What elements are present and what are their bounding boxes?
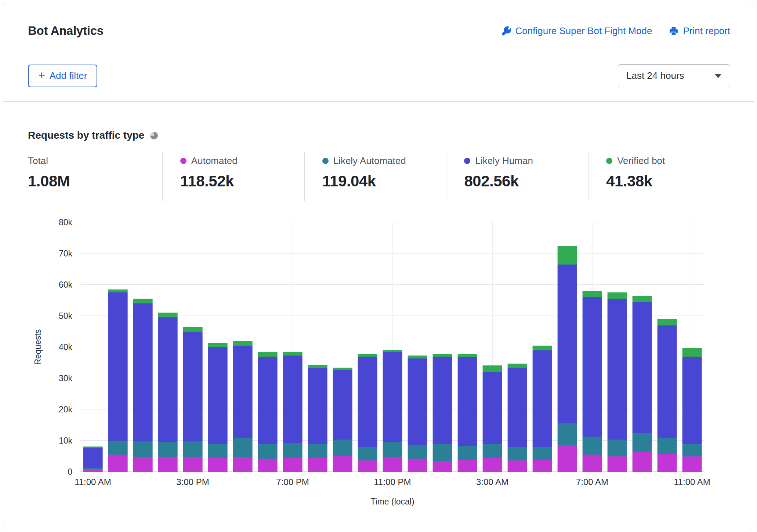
bar-segment-verified-bot bbox=[658, 319, 677, 325]
bar-segment-likely-automated bbox=[233, 438, 253, 457]
bar-segment-automated bbox=[633, 452, 652, 472]
bar-segment-likely-automated bbox=[483, 444, 502, 458]
bar-segment-likely-human bbox=[483, 372, 502, 444]
stat-value: 119.04k bbox=[322, 172, 446, 190]
bar-stack bbox=[583, 222, 602, 472]
x-axis-tick-label: 7:00 AM bbox=[576, 477, 608, 487]
bar-segment-likely-automated bbox=[283, 443, 303, 458]
bar-stack bbox=[283, 222, 303, 472]
bar-segment-automated bbox=[233, 457, 253, 472]
bar-segment-likely-human bbox=[558, 265, 577, 424]
x-axis-tick-label: 11:00 PM bbox=[374, 477, 411, 487]
stat-label-text: Likely Automated bbox=[333, 155, 406, 167]
bar-segment-likely-human bbox=[508, 368, 527, 447]
bar-segment-verified-bot bbox=[183, 327, 203, 332]
bar-segment-likely-human bbox=[383, 352, 402, 442]
stat-value: 41.38k bbox=[606, 172, 730, 190]
bar-segment-automated bbox=[83, 469, 103, 472]
y-axis-tick-label: 10k bbox=[59, 436, 72, 446]
bar-segment-automated bbox=[408, 459, 427, 472]
bar-segment-automated bbox=[483, 458, 502, 472]
bar-segment-automated bbox=[508, 460, 527, 472]
bar-stack bbox=[533, 222, 552, 472]
bar-segment-likely-human bbox=[308, 368, 327, 444]
y-axis-tick-label: 80k bbox=[59, 218, 72, 227]
bar-segment-likely-automated bbox=[308, 444, 327, 458]
bar-stack bbox=[158, 222, 178, 472]
x-axis-tick-label: 11:00 AM bbox=[75, 477, 111, 487]
stats-row: Total1.08MAutomated118.52kLikely Automat… bbox=[3, 152, 754, 201]
bar-stack bbox=[633, 222, 652, 472]
bar-segment-verified-bot bbox=[633, 296, 652, 302]
section-title: Requests by traffic type bbox=[28, 130, 144, 141]
stat-label: Total bbox=[28, 155, 162, 167]
bar-segment-automated bbox=[308, 458, 327, 472]
bar-stack bbox=[358, 222, 377, 472]
section-heading: Requests by traffic type bbox=[3, 130, 754, 141]
print-report-link[interactable]: Print report bbox=[669, 25, 730, 37]
stat-label: Likely Automated bbox=[322, 155, 446, 167]
bar-segment-automated bbox=[208, 458, 228, 472]
requests-chart: Requests 010k20k30k40k50k60k70k80k 11:00… bbox=[28, 222, 730, 516]
bar-segment-verified-bot bbox=[358, 354, 377, 357]
bar-segment-likely-human bbox=[233, 346, 253, 438]
stat-label: Automated bbox=[180, 155, 304, 167]
stat-likely-automated[interactable]: Likely Automated119.04k bbox=[304, 152, 446, 201]
bar-segment-automated bbox=[258, 459, 278, 472]
bar-segment-likely-automated bbox=[558, 423, 577, 445]
bar-segment-likely-human bbox=[83, 448, 103, 468]
add-filter-button[interactable]: + Add filter bbox=[28, 65, 97, 87]
bar-segment-likely-human bbox=[258, 357, 278, 444]
x-axis-tick-label: 11:00 AM bbox=[674, 477, 710, 487]
x-axis-tick-label: 7:00 PM bbox=[276, 477, 309, 487]
bar-segment-verified-bot bbox=[433, 354, 452, 357]
print-link-label: Print report bbox=[683, 25, 730, 37]
bar-segment-verified-bot bbox=[682, 348, 702, 356]
add-filter-label: Add filter bbox=[50, 70, 87, 81]
y-axis-tick-label: 60k bbox=[59, 280, 72, 290]
bar-segment-verified-bot bbox=[508, 364, 527, 368]
bar-segment-verified-bot bbox=[483, 365, 502, 372]
printer-icon bbox=[669, 26, 678, 36]
bar-segment-likely-automated bbox=[682, 444, 702, 456]
bar-segment-likely-automated bbox=[383, 442, 402, 457]
legend-dot bbox=[322, 158, 329, 164]
bar-segment-likely-automated bbox=[508, 447, 527, 460]
time-range-value: Last 24 hours bbox=[626, 70, 684, 81]
bar-segment-automated bbox=[458, 460, 477, 472]
bar-segment-verified-bot bbox=[133, 299, 153, 303]
time-range-select[interactable]: Last 24 hours bbox=[618, 64, 730, 87]
header: Bot Analytics Configure Super Bot Fight … bbox=[3, 3, 754, 38]
bar-segment-likely-automated bbox=[333, 440, 352, 456]
x-axis-title: Time (local) bbox=[80, 497, 705, 507]
bar-stack bbox=[408, 222, 427, 472]
bar-segment-automated bbox=[558, 445, 577, 472]
filter-row: + Add filter Last 24 hours bbox=[3, 64, 754, 87]
x-axis-tick-label: 3:00 PM bbox=[176, 477, 209, 487]
bar-segment-automated bbox=[682, 456, 702, 472]
stat-automated[interactable]: Automated118.52k bbox=[162, 152, 304, 201]
bar-segment-automated bbox=[433, 461, 452, 472]
bar-segment-likely-human bbox=[633, 302, 652, 434]
bar-segment-likely-human bbox=[108, 292, 128, 441]
bar-segment-automated bbox=[658, 454, 677, 472]
x-axis-tick-label: 3:00 AM bbox=[476, 477, 508, 487]
bar-segment-likely-human bbox=[158, 317, 178, 442]
bar-segment-likely-human bbox=[333, 370, 352, 440]
bar-segment-likely-human bbox=[682, 357, 702, 444]
bar-segment-verified-bot bbox=[208, 343, 228, 347]
legend-dot bbox=[464, 158, 470, 164]
bar-stack bbox=[458, 222, 477, 472]
bar-segment-verified-bot bbox=[308, 365, 327, 368]
stat-likely-human[interactable]: Likely Human802.56k bbox=[446, 152, 588, 201]
bar-segment-automated bbox=[383, 457, 402, 472]
stat-label-text: Total bbox=[28, 155, 48, 167]
bar-segment-likely-human bbox=[583, 297, 602, 437]
bar-stack bbox=[508, 222, 527, 472]
configure-super-bot-fight-mode-link[interactable]: Configure Super Bot Fight Mode bbox=[502, 25, 652, 37]
plus-icon: + bbox=[38, 69, 45, 81]
stat-verified-bot[interactable]: Verified bot41.38k bbox=[588, 152, 730, 201]
bar-segment-likely-automated bbox=[608, 440, 627, 456]
bar-segment-verified-bot bbox=[458, 354, 477, 357]
stat-label-text: Automated bbox=[191, 155, 238, 167]
